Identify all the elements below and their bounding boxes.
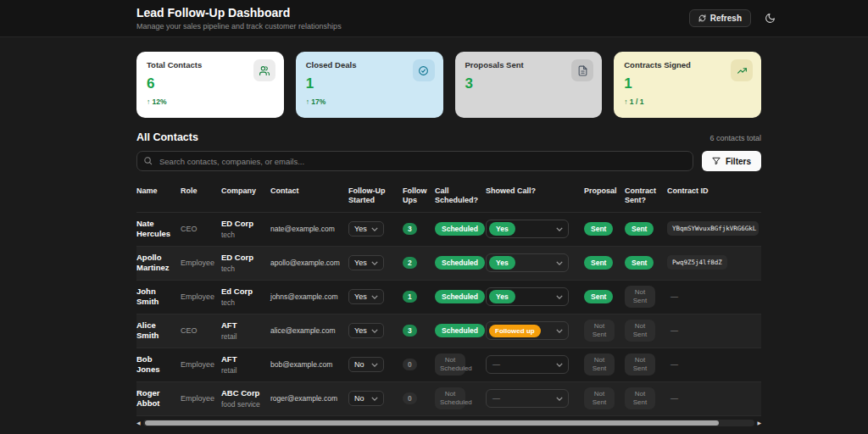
- call-scheduled-badge: Scheduled: [435, 324, 485, 337]
- stat-card-proposals-sent: Proposals Sent 3: [455, 52, 603, 118]
- company-industry: retail: [221, 332, 267, 341]
- users-icon: [253, 59, 275, 81]
- company-name: ED Corp: [221, 253, 267, 262]
- followup-started-value: No: [354, 394, 364, 403]
- filter-icon: [712, 157, 721, 165]
- followups-count-badge: 3: [403, 325, 417, 337]
- contact-company: AFT retail: [221, 354, 267, 375]
- chevron-down-icon: [371, 397, 378, 401]
- contract-sent-badge: Sent: [625, 256, 654, 270]
- followup-started-select[interactable]: Yes: [348, 289, 384, 304]
- table-row: John Smith Employee Ed Corp tech johns@e…: [136, 281, 761, 314]
- contact-role: Employee: [181, 259, 218, 267]
- theme-toggle-button[interactable]: [760, 8, 780, 28]
- followup-started-value: Yes: [354, 326, 367, 335]
- showed-call-value: —: [489, 360, 500, 369]
- followup-started-value: No: [354, 360, 364, 369]
- search-row: Filters: [136, 151, 761, 171]
- company-name: ED Corp: [221, 219, 267, 228]
- scroll-left-icon[interactable]: ◀: [136, 420, 141, 426]
- followups-count-badge: 0: [403, 359, 417, 370]
- contact-company: AFT retail: [221, 320, 267, 341]
- col-header-contact: Contact: [270, 186, 345, 196]
- contact-company: ED Corp tech: [221, 253, 267, 273]
- showed-call-value: Yes: [489, 222, 515, 236]
- contact-name: John Smith: [136, 287, 177, 307]
- followups-count-badge: 2: [403, 257, 417, 269]
- chevron-down-icon: [371, 227, 378, 231]
- company-name: AFT: [221, 320, 267, 330]
- col-header-company: Company: [221, 186, 267, 196]
- contact-email: apollo@example.com: [270, 259, 345, 267]
- stat-card-closed-deals: Closed Deals 1 ↑ 17%: [296, 52, 443, 118]
- followup-started-select[interactable]: No: [348, 357, 384, 372]
- showed-call-value: —: [489, 394, 500, 403]
- followup-started-select[interactable]: Yes: [348, 255, 384, 270]
- contact-name: Apollo Martinez: [136, 253, 177, 273]
- call-scheduled-badge: Scheduled: [435, 290, 485, 303]
- contact-role: CEO: [181, 225, 218, 233]
- contact-name: Roger Abbot: [136, 388, 177, 409]
- company-industry: food service: [221, 400, 267, 409]
- followup-started-select[interactable]: No: [348, 391, 384, 406]
- stat-delta: ↑ 17%: [306, 97, 433, 106]
- moon-icon: [765, 13, 776, 24]
- contract-sent-badge: Not Sent: [625, 320, 655, 342]
- chevron-down-icon: [371, 329, 378, 333]
- chevron-down-icon: [371, 295, 378, 299]
- contact-email: alice@example.com: [270, 326, 345, 335]
- col-header-contract-id: Contract ID: [667, 186, 761, 196]
- top-bar: Lead Follow-Up Dashboard Manage your sal…: [0, 0, 868, 37]
- horizontal-scrollbar: ◀ ▶: [136, 420, 761, 426]
- showed-call-select[interactable]: —: [486, 355, 569, 374]
- contract-id: —: [667, 292, 678, 301]
- table-row: Alice Smith CEO AFT retail alice@example…: [136, 314, 761, 348]
- showed-call-select[interactable]: Yes: [486, 287, 569, 306]
- contact-email: nate@example.com: [270, 225, 345, 233]
- contract-id: YBqmSYWvuxBGfjkVRG6GkL: [667, 221, 759, 236]
- refresh-label: Refresh: [710, 14, 742, 23]
- col-header-call-scheduled: Call Scheduled?: [435, 186, 482, 206]
- contact-email: johns@example.com: [270, 292, 345, 301]
- contact-role: Employee: [181, 292, 218, 301]
- stat-card-contracts-signed: Contracts Signed 1 ↑ 1 / 1: [614, 52, 761, 118]
- showed-call-value: Yes: [489, 290, 515, 303]
- showed-call-select[interactable]: Followed up: [486, 321, 569, 340]
- company-name: AFT: [221, 354, 267, 364]
- company-name: Ed Corp: [221, 287, 267, 296]
- scrollbar-thumb[interactable]: [145, 420, 720, 426]
- call-scheduled-badge: Not Scheduled: [435, 387, 465, 409]
- search-input[interactable]: [136, 151, 693, 171]
- chevron-down-icon: [556, 227, 563, 231]
- company-industry: retail: [221, 366, 267, 375]
- refresh-icon: [698, 14, 706, 22]
- stat-card-total-contacts: Total Contacts 6 ↑ 12%: [136, 52, 284, 118]
- filters-button[interactable]: Filters: [702, 151, 761, 171]
- chevron-down-icon: [371, 363, 378, 367]
- company-industry: tech: [221, 264, 267, 273]
- proposal-badge: Not Sent: [584, 320, 615, 342]
- scrollbar-track[interactable]: [143, 420, 755, 426]
- table-body: Nate Hercules CEO ED Corp tech nate@exam…: [136, 213, 761, 416]
- filters-label: Filters: [726, 157, 751, 166]
- contact-role: Employee: [181, 394, 218, 403]
- showed-call-select[interactable]: Yes: [486, 220, 569, 238]
- showed-call-select[interactable]: Yes: [486, 253, 569, 272]
- stat-delta: ↑ 12%: [147, 97, 274, 106]
- proposal-badge: Not Sent: [584, 353, 615, 376]
- document-icon: [571, 59, 593, 81]
- showed-call-select[interactable]: —: [486, 389, 569, 408]
- followup-started-select[interactable]: Yes: [348, 323, 384, 338]
- chevron-down-icon: [556, 363, 563, 367]
- refresh-button[interactable]: Refresh: [689, 9, 751, 27]
- followups-count-badge: 1: [403, 291, 417, 303]
- showed-call-value: Followed up: [489, 325, 541, 337]
- company-name: ABC Corp: [221, 388, 267, 398]
- chevron-down-icon: [556, 295, 563, 299]
- search-box: [136, 151, 693, 171]
- followup-started-select[interactable]: Yes: [348, 221, 384, 236]
- col-header-showed-call: Showed Call?: [486, 186, 581, 196]
- followups-count-badge: 0: [403, 392, 417, 404]
- scroll-right-icon[interactable]: ▶: [757, 420, 761, 426]
- table-row: Nate Hercules CEO ED Corp tech nate@exam…: [136, 213, 761, 247]
